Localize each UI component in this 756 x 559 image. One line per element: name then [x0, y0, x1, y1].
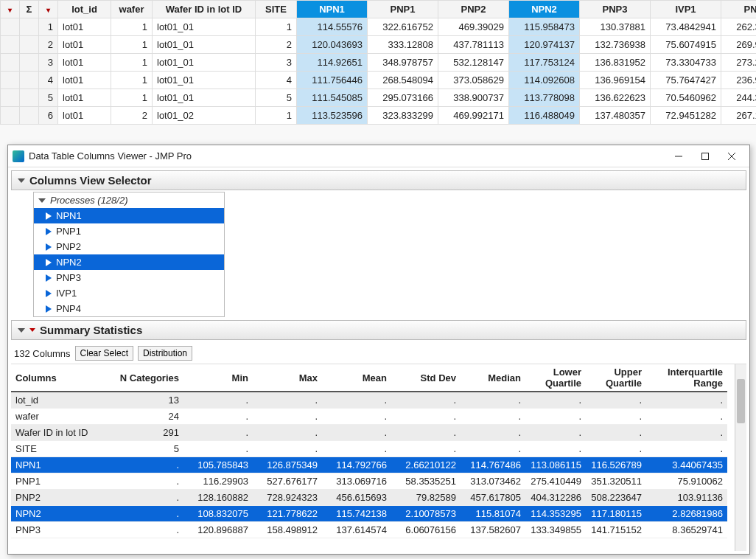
- continuous-icon: [46, 212, 52, 220]
- column-header-lot_id[interactable]: lot_id: [58, 1, 111, 18]
- stats-header-median[interactable]: Median: [461, 364, 525, 392]
- close-button[interactable]: [718, 148, 745, 164]
- scrollbar-thumb[interactable]: [737, 379, 745, 423]
- stats-header-columns[interactable]: Columns: [11, 364, 114, 392]
- stats-row-wafer-id-in-lot-id[interactable]: Wafer ID in lot ID291........: [11, 425, 727, 441]
- column-header-site[interactable]: SITE: [256, 1, 297, 18]
- disclosure-icon[interactable]: [18, 178, 25, 183]
- table-row[interactable]: 3lot011lot01_013114.92651348.978757532.1…: [1, 54, 757, 72]
- tree-item-npn2[interactable]: NPN2: [34, 254, 224, 270]
- chevron-down-icon: [38, 198, 46, 203]
- continuous-icon: [46, 305, 52, 313]
- row-number[interactable]: 1: [39, 18, 58, 36]
- stats-header-max[interactable]: Max: [253, 364, 322, 392]
- disclosure-icon[interactable]: [18, 328, 25, 333]
- stats-header-min[interactable]: Min: [183, 364, 253, 392]
- table-row[interactable]: 2lot011lot01_012120.043693333.12808437.7…: [1, 36, 757, 54]
- svg-rect-1: [702, 153, 709, 159]
- tree-item-pnp4[interactable]: PNP4: [34, 301, 224, 316]
- stats-header-interquartile-range[interactable]: InterquartileRange: [646, 364, 727, 392]
- stats-row-lot_id[interactable]: lot_id13........: [11, 392, 727, 409]
- row-number[interactable]: 3: [39, 54, 58, 72]
- continuous-icon: [46, 228, 52, 235]
- columns-viewer-window: Data Table Columns Viewer - JMP Pro Colu…: [7, 145, 750, 555]
- summary-stats-title: Summary Statistics: [40, 324, 142, 336]
- window-title: Data Table Columns Viewer - JMP Pro: [29, 150, 665, 162]
- column-header-pnp2[interactable]: PNP2: [438, 1, 509, 18]
- distribution-button[interactable]: Distribution: [138, 346, 192, 361]
- vertical-scrollbar[interactable]: [735, 364, 746, 551]
- grid-corner[interactable]: Σ: [20, 1, 39, 18]
- stats-header-upper-quartile[interactable]: UpperQuartile: [586, 364, 646, 392]
- options-icon[interactable]: [29, 328, 35, 332]
- continuous-icon: [46, 274, 52, 282]
- stats-row-wafer[interactable]: wafer24........: [11, 409, 727, 425]
- clear-select-button[interactable]: Clear Select: [75, 346, 133, 361]
- titlebar[interactable]: Data Table Columns Viewer - JMP Pro: [8, 145, 749, 167]
- tree-item-pnp1[interactable]: PNP1: [34, 223, 224, 239]
- table-row[interactable]: 4lot011lot01_014111.756446268.548094373.…: [1, 72, 757, 89]
- stats-header-n-categories[interactable]: N Categories: [114, 364, 183, 392]
- continuous-icon: [46, 290, 52, 297]
- stats-row-pnp3[interactable]: PNP3.120.896887158.498912137.6145746.060…: [11, 522, 727, 538]
- summary-stats-panel: ColumnsN CategoriesMinMaxMeanStd DevMedi…: [11, 364, 746, 551]
- sigma-icon[interactable]: Σ: [27, 4, 32, 15]
- summary-stats-table[interactable]: ColumnsN CategoriesMinMaxMeanStd DevMedi…: [11, 364, 727, 538]
- column-header-pnp4[interactable]: PNP4: [721, 1, 757, 18]
- tree-item-ivp1[interactable]: IVP1: [34, 285, 224, 301]
- table-row[interactable]: 5lot011lot01_015111.545085295.073166338.…: [1, 89, 757, 107]
- column-header-pnp1[interactable]: PNP1: [368, 1, 438, 18]
- app-icon: [13, 150, 24, 162]
- column-header-npn1[interactable]: NPN1: [297, 1, 368, 18]
- row-number[interactable]: 2: [39, 36, 58, 54]
- continuous-icon: [46, 243, 52, 251]
- stats-row-site[interactable]: SITE5........: [11, 441, 727, 457]
- grid-corner[interactable]: ▾: [1, 1, 20, 18]
- data-grid[interactable]: ▾Σ▾lot_idwaferWafer ID in lot IDSITENPN1…: [0, 0, 756, 125]
- column-header-wafer-id-in-lot-id[interactable]: Wafer ID in lot ID: [153, 1, 256, 18]
- summary-stats-header[interactable]: Summary Statistics: [11, 320, 746, 340]
- column-header-pnp3[interactable]: PNP3: [580, 1, 651, 18]
- tree-item-pnp3[interactable]: PNP3: [34, 270, 224, 285]
- row-number[interactable]: 5: [39, 89, 58, 107]
- row-number[interactable]: 4: [39, 72, 58, 89]
- grid-corner[interactable]: ▾: [39, 1, 58, 18]
- stats-header-lower-quartile[interactable]: LowerQuartile: [525, 364, 586, 392]
- columns-tree[interactable]: Processes (128/2)NPN1PNP1PNP2NPN2PNP3IVP…: [33, 192, 225, 317]
- columns-selector-title: Columns View Selector: [29, 174, 152, 187]
- column-header-npn2[interactable]: NPN2: [509, 1, 580, 18]
- stats-header-mean[interactable]: Mean: [322, 364, 391, 392]
- maximize-button[interactable]: [692, 148, 718, 164]
- tree-item-pnp2[interactable]: PNP2: [34, 239, 224, 254]
- continuous-icon: [46, 259, 52, 266]
- minimize-button[interactable]: [665, 148, 692, 164]
- table-row[interactable]: 1lot011lot01_011114.55576322.616752469.3…: [1, 18, 757, 36]
- tree-item-npn1[interactable]: NPN1: [34, 208, 224, 223]
- row-number[interactable]: 6: [39, 107, 58, 125]
- stats-row-npn2[interactable]: NPN2.108.832075121.778622115.7421382.100…: [11, 506, 727, 522]
- stats-row-pnp2[interactable]: PNP2.128.160882728.924323456.61569379.82…: [11, 490, 727, 506]
- columns-selector-header[interactable]: Columns View Selector: [11, 170, 746, 190]
- column-count-label: 132 Columns: [14, 348, 71, 359]
- table-row[interactable]: 6lot012lot01_021113.523596323.833299469.…: [1, 107, 757, 125]
- row-menu-icon[interactable]: ▾: [8, 6, 12, 14]
- tree-group-processes[interactable]: Processes (128/2): [34, 192, 224, 208]
- column-header-wafer[interactable]: wafer: [111, 1, 153, 18]
- column-header-ivp1[interactable]: IVP1: [651, 1, 721, 18]
- stats-row-npn1[interactable]: NPN1.105.785843126.875349114.7927662.662…: [11, 457, 727, 473]
- col-menu-icon[interactable]: ▾: [46, 6, 50, 14]
- stats-row-pnp1[interactable]: PNP1.116.29903527.676177313.06971658.353…: [11, 473, 727, 490]
- stats-header-std-dev[interactable]: Std Dev: [391, 364, 461, 392]
